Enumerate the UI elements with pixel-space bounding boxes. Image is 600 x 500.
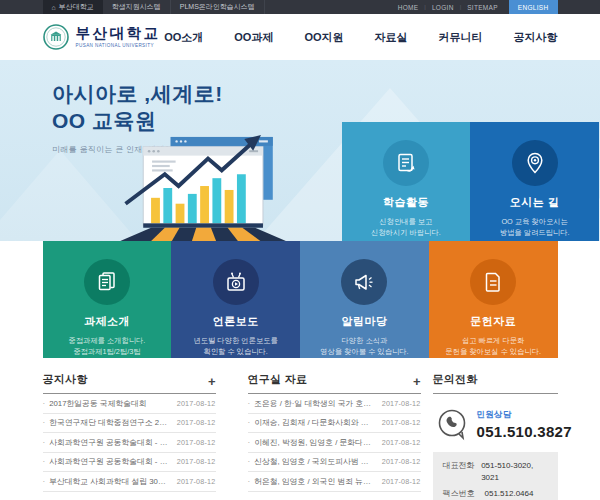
quick-tiles-row2: 과제소개 중점과제를 소개합니다. 중점과제1팀/2팀/3팀 언론보도 년도별 …	[43, 241, 558, 358]
utility-link-pnu-home[interactable]: ⌂ 부산대학교	[43, 0, 103, 14]
tv-media-icon	[224, 270, 248, 294]
counsel-phone-number[interactable]: 051.510.3827	[477, 423, 572, 440]
quick-tiles-row1: 학습활동 신청안내를 보고 신청하시기 바랍니다. 오시는 길 OO 교육 찾아…	[342, 122, 600, 241]
tile-icon-circle	[470, 259, 516, 305]
english-button[interactable]: ENGLISH	[509, 0, 558, 14]
counsel-label: 민원상담	[477, 409, 572, 421]
growth-chart-illustration	[118, 135, 298, 241]
logo-subtitle: PUSAN NATIONAL UNIVERSITY	[76, 43, 161, 48]
utility-bar: ⌂ 부산대학교 학생지원시스템 PLMS온라인학습시스템 HOME | LOGI…	[0, 0, 600, 14]
research-list-item[interactable]: · 이혜진, 박정원, 임영호 / 문화다양성 확산 사업... 2017-08…	[248, 433, 421, 453]
research-list-item[interactable]: · 신상철, 임영호 / 국외도피사범 실태 및 국내송환... 2017-08…	[248, 453, 421, 473]
utility-link-login[interactable]: LOGIN	[426, 0, 460, 14]
hero-title-line1: 아시아로 ,세계로!	[52, 80, 223, 107]
logo-title: 부산대학교	[76, 26, 161, 42]
research-board-title: 연구실 자료	[248, 372, 308, 387]
documents-icon	[95, 270, 119, 294]
tile-icon-circle	[341, 259, 387, 305]
bullet: ·	[43, 438, 46, 447]
utility-link-label: 부산대학교	[59, 2, 94, 12]
notice-board-title: 공지사항	[43, 372, 88, 387]
university-logo[interactable]: 부산대학교 PUSAN NATIONAL UNIVERSITY	[43, 24, 161, 50]
nav-item-support[interactable]: OO지원	[304, 30, 343, 45]
tile-directions[interactable]: 오시는 길 OO 교육 찾아오시는 방법을 알려드립니다.	[470, 122, 599, 241]
university-emblem-icon	[43, 24, 69, 50]
tile-desc: 중점과제를 소개합니다. 중점과제1팀/2팀/3팀	[68, 335, 145, 358]
document-pen-icon	[394, 151, 418, 175]
tile-icon-circle	[84, 259, 130, 305]
tile-title: 오시는 길	[510, 195, 560, 210]
notice-board: 공지사항 + · 2017한일공동 국제학술대회 2017-08-12 · 한국…	[43, 372, 216, 500]
contact-board: 문의전화 민원상담 051.510.3827 대표전화 051-510-3020…	[433, 372, 558, 500]
tile-title: 알림마당	[341, 314, 387, 329]
notice-list-item[interactable]: · 2017한일공동 국제학술대회 2017-08-12	[43, 394, 216, 414]
tile-icon-circle	[213, 259, 259, 305]
bullet: ·	[43, 477, 46, 486]
utility-link-label: 학생지원시스템	[112, 2, 161, 12]
research-board: 연구실 자료 + · 조은용 / 한·일 대학생의 국가 호감도에 미치는...…	[248, 372, 421, 500]
contact-info-box: 대표전화 051-510-3020, 3021 팩스번호 051.512.046…	[433, 452, 558, 500]
bullet: ·	[248, 399, 251, 408]
main-nav: OO소개 OO과제 OO지원 자료실 커뮤니티 공지사항	[164, 14, 557, 60]
bullet: ·	[43, 418, 46, 427]
home-icon: ⌂	[52, 4, 56, 11]
bullet: ·	[43, 457, 46, 466]
tile-literature-archive[interactable]: 문헌자료 쉽고 빠르게 다문화 문헌을 찾아보실 수 있습니다.	[429, 241, 558, 358]
tile-desc: 년도별 다양한 언론보도를 확인할 수 있습니다.	[193, 335, 277, 358]
research-list-item[interactable]: · 이재승, 김회재 / 다문화사회와 언어교육정책... 2017-08-12	[248, 414, 421, 434]
contact-board-title: 문의전화	[433, 372, 478, 387]
tile-title: 학습활동	[383, 195, 429, 210]
nav-item-community[interactable]: 커뮤니티	[439, 30, 483, 45]
contact-row-fax: 팩스번호 051.512.0464	[443, 488, 548, 500]
tile-project-intro[interactable]: 과제소개 중점과제를 소개합니다. 중점과제1팀/2팀/3팀	[43, 241, 172, 358]
nav-item-archive[interactable]: 자료실	[375, 30, 408, 45]
notice-list-item[interactable]: · 사회과학연구원 공동학술대회 - 한국의 다문화... 2017-08-12	[43, 433, 216, 453]
bottom-boards: 공지사항 + · 2017한일공동 국제학술대회 2017-08-12 · 한국…	[0, 372, 600, 500]
utility-link-plms[interactable]: PLMS온라인학습시스템	[171, 0, 265, 14]
bullet: ·	[248, 457, 251, 466]
tile-title: 과제소개	[84, 314, 130, 329]
research-more-button[interactable]: +	[413, 377, 421, 387]
notice-more-button[interactable]: +	[208, 377, 216, 387]
utility-right-links: HOME | LOGIN | SITEMAP ENGLISH	[392, 0, 558, 14]
nav-item-intro[interactable]: OO소개	[164, 30, 203, 45]
tile-icon-circle	[512, 140, 558, 186]
research-list-item[interactable]: · 조은용 / 한·일 대학생의 국가 호감도에 미치는... 2017-08-…	[248, 394, 421, 414]
tile-desc: 쉽고 빠르게 다문화 문헌을 찾아보실 수 있습니다.	[445, 335, 541, 358]
bullet: ·	[43, 399, 46, 408]
megaphone-icon	[352, 270, 376, 294]
utility-link-label: PLMS온라인학습시스템	[180, 2, 255, 12]
bullet: ·	[248, 438, 251, 447]
utility-link-home[interactable]: HOME	[392, 0, 425, 14]
tile-icon-circle	[383, 140, 429, 186]
nav-item-notice[interactable]: 공지사항	[514, 30, 558, 45]
notice-list-item[interactable]: · 부산대학교 사회과학대 설립 30주년,사회과학... 2017-08-12	[43, 472, 216, 492]
utility-link-student-system[interactable]: 학생지원시스템	[103, 0, 171, 14]
site-header: 부산대학교 PUSAN NATIONAL UNIVERSITY OO소개 OO과…	[0, 14, 600, 60]
bullet: ·	[248, 418, 251, 427]
map-pin-icon	[523, 151, 547, 175]
tile-news-board[interactable]: 알림마당 다양한 소식과 영상을 찾아볼 수 있습니다.	[300, 241, 429, 358]
nav-item-projects[interactable]: OO과제	[234, 30, 273, 45]
document-icon	[481, 270, 505, 294]
tile-desc: OO 교육 찾아오시는 방법을 알려드립니다.	[500, 216, 570, 239]
tile-desc: 신청안내를 보고 신청하시기 바랍니다.	[371, 216, 441, 239]
tile-desc: 다양한 소식과 영상을 찾아볼 수 있습니다.	[320, 335, 408, 358]
hero-title-line2: OO 교육원	[52, 107, 223, 134]
tile-press-coverage[interactable]: 언론보도 년도별 다양한 언론보도를 확인할 수 있습니다.	[171, 241, 300, 358]
tile-title: 문헌자료	[470, 314, 516, 329]
notice-list-item[interactable]: · 한국연구재단 대학중점연구소 2017영호남... 2017-08-12	[43, 414, 216, 434]
phone-bubble-icon	[435, 407, 469, 441]
bullet: ·	[248, 477, 251, 486]
utility-link-sitemap[interactable]: SITEMAP	[461, 0, 504, 14]
notice-list-item[interactable]: · 사회과학연구원 공동학술대회 - 한국의 다문화... 2017-08-12	[43, 453, 216, 473]
contact-row-main-line: 대표전화 051-510-3020, 3021	[443, 460, 548, 484]
tile-title: 언론보도	[213, 314, 259, 329]
utility-left-links: ⌂ 부산대학교 학생지원시스템 PLMS온라인학습시스템	[43, 0, 265, 14]
research-list-item[interactable]: · 허은철, 임영호 / 외국인 범죄 뉴스 접촉이 수용자... 2017-0…	[248, 472, 421, 492]
hero-banner: 아시아로 ,세계로! OO 교육원 미래를 움직이는 큰 인재, 세계의 주역	[0, 60, 600, 241]
tile-learning-activity[interactable]: 학습활동 신청안내를 보고 신청하시기 바랍니다.	[342, 122, 471, 241]
